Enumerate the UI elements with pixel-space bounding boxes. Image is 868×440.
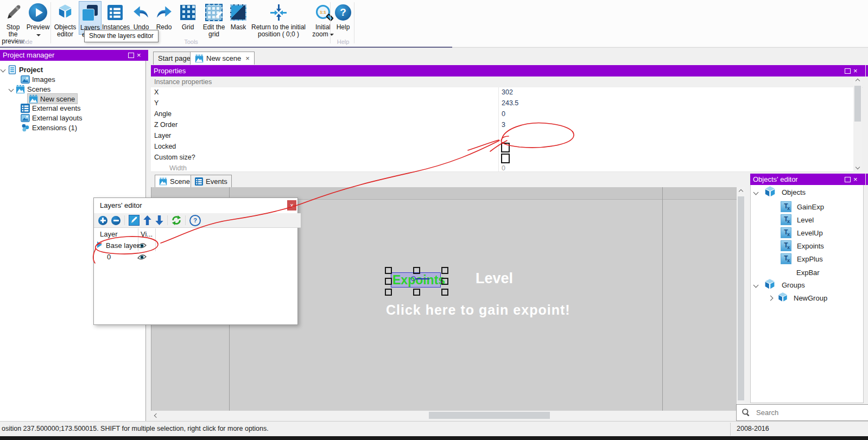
mask-label: Mask: [228, 24, 249, 31]
selection-handle[interactable]: [385, 289, 392, 296]
mask-icon: [228, 1, 249, 24]
tree-item-expoints[interactable]: Tx Expoints: [781, 240, 824, 252]
chevron-right-icon[interactable]: [768, 295, 774, 301]
tab-new-scene[interactable]: New scene ×: [190, 52, 255, 65]
edit-grid-button[interactable]: Edit the grid: [201, 1, 227, 41]
tree-label: External layouts: [32, 114, 83, 122]
properties-scrollbar[interactable]: [853, 77, 862, 171]
float-panel-icon[interactable]: [845, 68, 851, 74]
scroll-up-icon[interactable]: [737, 188, 745, 195]
tree-item-new-scene[interactable]: New scene: [27, 93, 78, 104]
objects-editor-button[interactable]: Objects editor: [53, 1, 78, 41]
layer-up-icon[interactable]: [143, 215, 151, 225]
scroll-left-icon[interactable]: [152, 411, 159, 420]
tree-item-external-layouts[interactable]: External layouts: [21, 113, 83, 123]
custom-size-checkbox[interactable]: [501, 154, 510, 163]
text-object-icon: Tx: [781, 240, 791, 251]
tree-item-newgroup[interactable]: NewGroup: [769, 291, 827, 304]
property-value[interactable]: 243.5: [502, 99, 518, 107]
search-input[interactable]: [755, 408, 850, 417]
gdevelop-window: Stop the preview Preview Objects editor …: [0, 0, 868, 440]
scrollbar-thumb[interactable]: [429, 412, 550, 419]
layer-row-0[interactable]: 0: [94, 251, 296, 262]
canvas-hscrollbar[interactable]: [151, 411, 745, 420]
chevron-down-icon[interactable]: [753, 282, 759, 288]
level-object-text[interactable]: Level: [476, 270, 513, 287]
layer-down-icon[interactable]: [155, 215, 163, 225]
scroll-down-icon[interactable]: [853, 164, 862, 171]
close-window-icon[interactable]: x: [287, 200, 296, 211]
property-row-locked: Locked: [151, 142, 853, 153]
float-panel-icon[interactable]: [845, 177, 851, 182]
preview-button[interactable]: Preview: [26, 1, 50, 41]
scrollbar-thumb[interactable]: [738, 196, 744, 400]
close-tab-icon[interactable]: ×: [245, 54, 250, 62]
selection-handle[interactable]: [413, 267, 420, 274]
grid-button[interactable]: Grid: [176, 1, 200, 41]
canvas-vscrollbar[interactable]: [737, 187, 745, 411]
selection-handle[interactable]: [413, 289, 420, 296]
search-box[interactable]: [736, 404, 868, 421]
text-object-icon: Tx: [781, 201, 791, 212]
tree-item-images[interactable]: Images: [21, 74, 55, 84]
layer-row-base[interactable]: Base layer: [94, 240, 296, 251]
edit-layer-icon[interactable]: [129, 215, 140, 226]
selection-handle[interactable]: [385, 267, 392, 274]
float-panel-icon[interactable]: [128, 53, 134, 58]
return-initial-position-button[interactable]: Return to the initial position ( 0;0 ): [249, 1, 308, 41]
property-value[interactable]: 302: [502, 88, 513, 96]
close-panel-icon[interactable]: ×: [853, 66, 858, 76]
selection-handle[interactable]: [441, 289, 448, 296]
property-value[interactable]: 0: [502, 110, 505, 118]
tree-item-objects-root[interactable]: Objects: [754, 187, 806, 197]
chevron-down-icon[interactable]: [9, 86, 14, 92]
selection-handle[interactable]: [441, 278, 448, 285]
events-icon: [195, 177, 203, 186]
property-value[interactable]: 0: [502, 164, 505, 172]
layers-window-titlebar[interactable]: Layers' editor x: [94, 198, 296, 213]
scene-icon: [29, 94, 38, 104]
tree-item-scenes[interactable]: Scenes: [9, 84, 50, 94]
tree-item-expplus[interactable]: Tx ExpPlus: [781, 253, 823, 265]
tree-item-groups-root[interactable]: Groups: [754, 278, 805, 291]
tree-item-expbar[interactable]: ExpBar: [781, 266, 820, 278]
tab-start-page[interactable]: Start page: [153, 52, 195, 65]
selection-handle[interactable]: [441, 267, 448, 274]
refresh-icon[interactable]: [172, 215, 181, 225]
tree-item-levelup[interactable]: Tx LevelUp: [781, 227, 823, 239]
rotation-handle-line: [415, 278, 429, 279]
group-label-help: Help: [332, 39, 354, 45]
help-button[interactable]: ? Help: [332, 1, 354, 41]
mask-button[interactable]: Mask: [228, 1, 249, 41]
layers-help-icon[interactable]: ?: [189, 215, 201, 226]
property-value[interactable]: 3: [502, 121, 505, 129]
tree-item-extensions[interactable]: Extensions (1): [21, 123, 77, 132]
add-layer-icon[interactable]: [98, 216, 107, 225]
tree-item-project[interactable]: Project: [1, 65, 43, 74]
layers-toolbar: ?: [94, 213, 301, 228]
visibility-eye-icon[interactable]: [137, 254, 147, 260]
scroll-up-icon[interactable]: [853, 77, 862, 85]
click-object-text[interactable]: Click here to gain expoint!: [386, 302, 571, 318]
help-label: Help: [332, 24, 354, 31]
remove-layer-icon[interactable]: [111, 216, 121, 225]
scrollbar-thumb[interactable]: [854, 86, 861, 122]
selection-handle[interactable]: [385, 278, 392, 285]
locked-checkbox[interactable]: [501, 143, 510, 152]
dropdown-arrow-icon[interactable]: [36, 34, 41, 36]
tab-events[interactable]: Events: [191, 175, 232, 188]
close-panel-icon[interactable]: ×: [853, 175, 858, 184]
tree-item-gainexp[interactable]: Tx GainExp: [781, 201, 824, 213]
tree-item-level[interactable]: Tx Level: [781, 214, 814, 226]
stop-preview-button[interactable]: Stop the preview: [1, 1, 25, 41]
expoints-object-text[interactable]: Expoints: [392, 273, 445, 288]
layers-icon: [79, 2, 101, 24]
property-label: Width: [169, 164, 187, 172]
chevron-down-icon[interactable]: [753, 189, 759, 195]
status-copyright: 2008-2016: [737, 425, 769, 432]
tree-item-external-events[interactable]: External events: [21, 103, 81, 113]
chevron-down-icon[interactable]: [1, 67, 6, 72]
close-panel-icon[interactable]: ×: [137, 50, 141, 60]
visibility-eye-icon[interactable]: [137, 243, 147, 249]
tab-scene[interactable]: Scene: [155, 175, 194, 188]
